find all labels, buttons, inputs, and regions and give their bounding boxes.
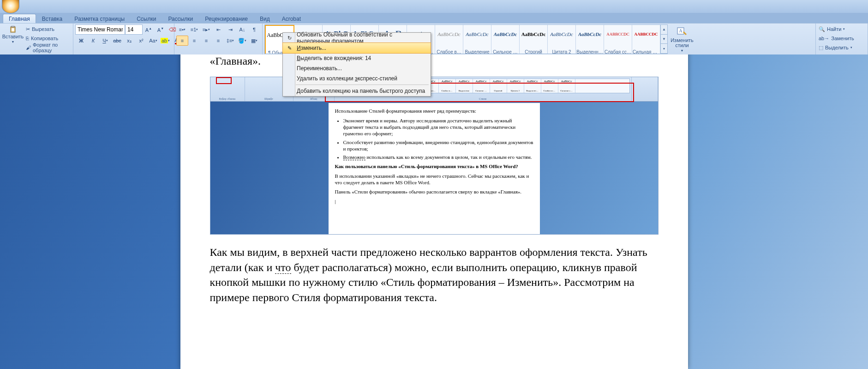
shading-button[interactable]: 🪣▾ [236,36,248,46]
office-button[interactable] [2,0,19,13]
paste-button[interactable]: Вставить ▼ [2,24,24,45]
paste-icon [9,26,17,33]
menu-rename[interactable]: Переименовать... [283,63,431,73]
menu-remove-quick[interactable]: Удалить из коллекции экспресс-стилей [283,73,431,84]
select-button[interactable]: ⬚Выделить▾ [818,43,855,52]
change-case-button[interactable]: Aa▾ [147,36,159,46]
change-styles-button[interactable]: A Изменить стили ▼ [669,24,695,54]
format-painter-button[interactable]: 🖌Формат по образцу [25,43,71,52]
borders-button[interactable]: ▦▾ [248,36,260,46]
find-icon: 🔍 [819,26,825,32]
superscript-button[interactable]: x² [135,36,147,46]
style-item[interactable]: AABBCCDССильная с… [632,25,660,54]
sort-button[interactable]: A↓ [236,24,248,35]
indent-dec-button[interactable]: ⇤ [212,24,224,35]
borders-icon: ▦ [251,38,256,44]
replace-button[interactable]: ab→Заменить [818,34,855,43]
copy-icon: ⎘ [26,36,29,41]
embedded-screenshot: Буфер обмена Шрифт Абзац AaBbCc¶ Обычный… [210,77,658,235]
multilevel-button[interactable]: ≡▸▾ [200,24,212,35]
menu-add-qat[interactable]: Добавить коллекцию на панель быстрого до… [283,86,431,96]
text-fragment: «Главная». [210,54,658,68]
bold-button[interactable]: Ж [75,36,87,46]
highlight-box-tab [216,77,232,84]
select-icon: ⬚ [819,45,823,51]
subscript-icon: x₂ [127,38,132,44]
gallery-down-button[interactable]: ▼ [661,35,667,44]
numbering-button[interactable]: ≡1▾ [188,24,200,35]
tab-acrobat[interactable]: Acrobat [276,14,307,23]
style-item[interactable]: AABBCCDССлабая сс… [604,25,632,54]
highlight-icon: ab [161,38,168,43]
shrink-font-icon: A▼ [157,27,164,33]
modify-icon: ✎ [286,44,293,52]
style-item[interactable]: AaBbCcDcСтрогий [520,25,548,54]
align-right-button[interactable]: ≡ [200,36,212,46]
tab-вставка[interactable]: Вставка [36,14,69,23]
grow-font-button[interactable]: A▲ [143,24,155,35]
copy-button[interactable]: ⎘Копировать [25,34,71,43]
document-page[interactable]: «Главная». Буфер обмена Шрифт Абзац AaBb… [180,54,688,369]
font-family-combo[interactable] [75,24,125,35]
style-item[interactable]: AaBbCcDcЦитата 2 [548,25,576,54]
tab-рецензирование[interactable]: Рецензирование [199,14,254,23]
find-button[interactable]: 🔍Найти▾ [818,24,855,34]
line-spacing-button[interactable]: ‡≡▾ [224,36,236,46]
numbering-icon: ≡1 [191,27,197,32]
italic-button[interactable]: К [87,36,99,46]
indent-icon: ⇥ [228,27,233,33]
style-item[interactable]: AaBbCcDcВыделение [463,25,491,54]
replace-icon: ab→ [819,36,829,41]
tab-разметка страницы[interactable]: Разметка страницы [68,14,131,23]
bucket-icon: 🪣 [238,38,245,44]
svg-rect-2 [12,28,14,31]
tab-главная[interactable]: Главная [3,14,36,23]
shrink-font-button[interactable]: A▼ [155,24,167,35]
grow-font-icon: A▲ [145,27,152,33]
align-justify-icon: ≡ [217,38,220,43]
style-item[interactable]: AaBbCcDcВыделенн… [576,25,604,54]
brush-icon: 🖌 [26,45,31,50]
show-marks-button[interactable]: ¶ [248,24,260,35]
gallery-up-button[interactable]: ▲ [661,25,667,35]
list-item: Способствует развитию унификации, внедре… [343,139,533,152]
menu-update-style[interactable]: ↻Обновить Обычный в соответствии с выдел… [283,33,431,43]
workspace: «Главная». Буфер обмена Шрифт Абзац AaBb… [0,54,868,369]
font-size-combo[interactable] [125,24,143,35]
strike-button[interactable]: abc [111,36,123,46]
gallery-more-button[interactable]: ▾ [661,44,667,54]
multilevel-icon: ≡▸ [203,27,208,33]
align-center-icon: ≡ [193,38,196,43]
change-styles-icon: A [676,26,688,37]
cut-button[interactable]: ✂Вырезать [25,24,71,34]
align-right-icon: ≡ [205,38,208,43]
highlight-button[interactable]: ab▾ [159,36,171,46]
menu-select-all[interactable]: Выделить все вхождения: 14 [283,53,431,63]
pilcrow-icon: ¶ [253,27,256,32]
style-context-menu: ↻Обновить Обычный в соответствии с выдел… [282,32,431,97]
body-paragraph: Как мы видим, в верхней части предложено… [210,245,658,305]
bullets-icon: ≡• [179,27,184,32]
svg-rect-1 [12,26,14,27]
align-left-button[interactable]: ≡ [176,36,188,46]
subscript-button[interactable]: x₂ [123,36,135,46]
align-justify-button[interactable]: ≡ [212,36,224,46]
align-center-button[interactable]: ≡ [188,36,200,46]
indent-inc-button[interactable]: ⇥ [224,24,236,35]
list-item: Возможно использовать как ко всему докум… [343,154,533,160]
inner-page: Использование Стилей форматирования имее… [329,103,540,234]
style-item[interactable]: AaBbCcDcСильное … [491,25,520,54]
tab-ссылки[interactable]: Ссылки [131,14,162,23]
titlebar [0,0,868,13]
underline-button[interactable]: Ч▾ [99,36,111,46]
tab-рассылки[interactable]: Рассылки [162,14,199,23]
align-left-icon: ≡ [181,38,184,43]
menu-modify-style[interactable]: ✎Изменить... [282,42,431,54]
style-item[interactable]: AaBbCcDcСлабое в… [435,25,463,54]
tab-вид[interactable]: Вид [254,14,276,23]
scissors-icon: ✂ [26,26,30,32]
ribbon-tabs: ГлавнаяВставкаРазметка страницыСсылкиРас… [3,13,868,23]
sort-icon: A↓ [239,27,245,32]
superscript-icon: x² [139,38,143,43]
bullets-button[interactable]: ≡•▾ [176,24,188,35]
